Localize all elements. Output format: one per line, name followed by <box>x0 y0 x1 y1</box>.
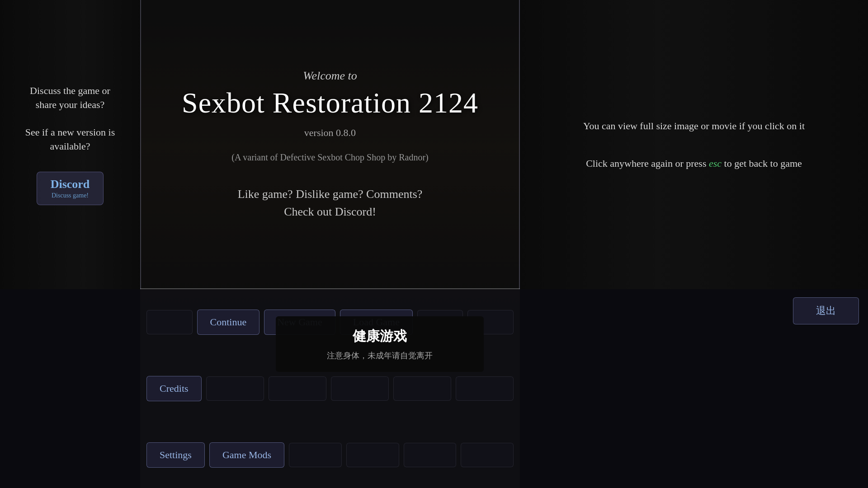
empty-slot-9 <box>289 443 342 467</box>
discord-prompt-line2: Check out Discord! <box>284 205 376 218</box>
credits-button[interactable]: Credits <box>146 376 202 401</box>
settings-button[interactable]: Settings <box>146 442 205 468</box>
discord-prompt-line1: Like game? Dislike game? Comments? <box>238 188 423 201</box>
tip2-after: to get back to game <box>722 158 802 169</box>
continue-button[interactable]: Continue <box>197 310 260 335</box>
empty-slot-5 <box>269 376 326 401</box>
empty-slot-8 <box>456 376 514 401</box>
center-content: Welcome to Sexbot Restoration 2124 versi… <box>140 0 520 289</box>
discord-label: Discord <box>51 178 90 191</box>
right-sidebar: You can view full size image or movie if… <box>520 0 868 289</box>
discuss-text-content: Discuss the game orshare your ideas?See … <box>25 85 115 152</box>
left-sidebar: Discuss the game orshare your ideas?See … <box>0 0 140 289</box>
game-title: Sexbot Restoration 2124 <box>182 86 478 120</box>
quit-button[interactable]: 退出 <box>793 297 859 324</box>
health-warning: 健康游戏 注意身体，未成年请自觉离开 <box>276 316 484 372</box>
empty-slot-6 <box>331 376 389 401</box>
esc-key: esc <box>709 158 722 169</box>
game-mods-button[interactable]: Game Mods <box>209 442 284 468</box>
tip1-text: You can view full size image or movie if… <box>583 118 805 133</box>
empty-slot-7 <box>393 376 451 401</box>
empty-slot-4 <box>206 376 264 401</box>
empty-slot-1 <box>146 310 193 334</box>
discord-sub-label: Discuss game! <box>51 192 90 199</box>
tip2-before: Click anywhere again or press <box>586 158 709 169</box>
empty-slot-12 <box>461 443 514 467</box>
version-label: version 0.8.0 <box>304 127 356 139</box>
discuss-text: Discuss the game orshare your ideas?See … <box>25 84 115 154</box>
empty-slot-10 <box>346 443 399 467</box>
health-warning-subtitle: 注意身体，未成年请自觉离开 <box>289 350 470 361</box>
button-row-3: Settings Game Mods <box>140 422 520 488</box>
discord-button[interactable]: Discord Discuss game! <box>37 172 104 205</box>
bottom-left-panel <box>0 289 140 488</box>
welcome-label: Welcome to <box>303 69 357 83</box>
right-divider <box>519 0 520 289</box>
health-warning-title: 健康游戏 <box>289 327 470 346</box>
tip2-text: Click anywhere again or press esc to get… <box>586 156 802 171</box>
empty-slot-11 <box>404 443 457 467</box>
variant-text: (A variant of Defective Sexbot Chop Shop… <box>231 152 428 163</box>
bottom-right-panel: 退出 <box>520 289 868 488</box>
left-divider <box>140 0 141 289</box>
discord-prompt: Like game? Dislike game? Comments? Check… <box>238 185 423 221</box>
